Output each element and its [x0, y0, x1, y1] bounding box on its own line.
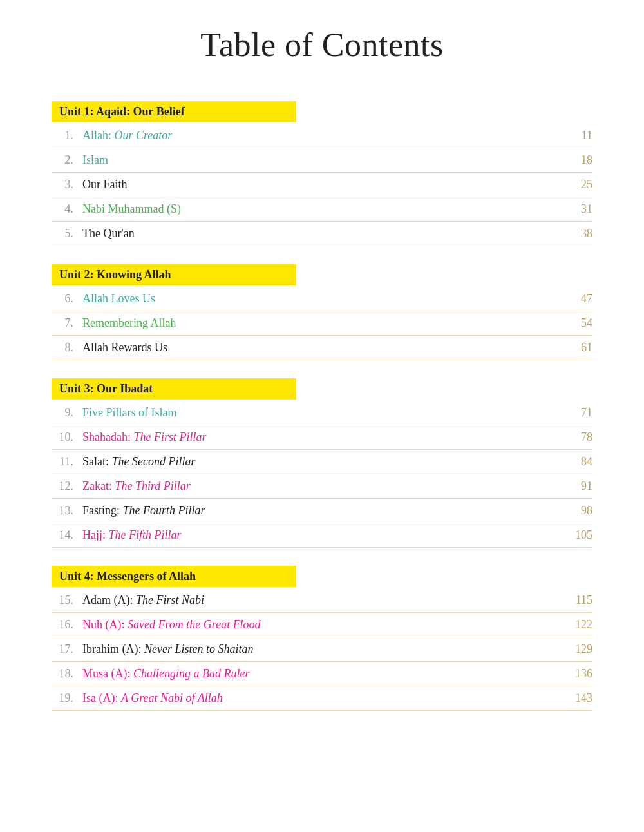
entry-page: 11 [567, 129, 592, 142]
entry-number: 11. [52, 455, 82, 469]
entry-page: 78 [567, 431, 592, 444]
entry-page: 54 [567, 316, 592, 330]
table-row: 10.Shahadah: The First Pillar78 [52, 425, 592, 450]
toc-container: Unit 1: Aqaid: Our Belief1.Allah: Our Cr… [52, 90, 592, 711]
entry-number: 19. [52, 692, 82, 705]
entry-page: 122 [567, 618, 592, 632]
entry-title: Adam (A): The First Nabi [82, 594, 567, 607]
entry-number: 6. [52, 292, 82, 305]
entry-title: Allah Rewards Us [82, 341, 567, 354]
entry-page: 47 [567, 292, 592, 305]
entry-number: 4. [52, 202, 82, 216]
entry-page: 105 [567, 528, 592, 542]
entry-page: 61 [567, 341, 592, 354]
entry-title: Islam [82, 153, 567, 167]
entry-number: 2. [52, 153, 82, 167]
entry-number: 15. [52, 594, 82, 607]
entry-number: 18. [52, 667, 82, 681]
entry-number: 14. [52, 528, 82, 542]
table-row: 5.The Qur'an38 [52, 222, 592, 246]
entry-page: 115 [567, 594, 592, 607]
table-row: 2.Islam18 [52, 148, 592, 173]
entry-title: Isa (A): A Great Nabi of Allah [82, 692, 567, 705]
entry-number: 3. [52, 178, 82, 191]
table-row: 15.Adam (A): The First Nabi115 [52, 588, 592, 613]
entry-page: 25 [567, 178, 592, 191]
page-title: Table of Contents [52, 26, 592, 64]
table-row: 16.Nuh (A): Saved From the Great Flood12… [52, 613, 592, 637]
unit-section-unit1: Unit 1: Aqaid: Our Belief1.Allah: Our Cr… [52, 90, 592, 246]
entry-title: Allah Loves Us [82, 292, 567, 305]
entry-number: 10. [52, 431, 82, 444]
entry-page: 38 [567, 227, 592, 240]
table-row: 19.Isa (A): A Great Nabi of Allah143 [52, 686, 592, 711]
entry-page: 129 [567, 643, 592, 656]
entry-title: Allah: Our Creator [82, 129, 567, 142]
table-row: 9.Five Pillars of Islam71 [52, 401, 592, 425]
entry-title: Zakat: The Third Pillar [82, 479, 567, 493]
entry-number: 17. [52, 643, 82, 656]
entry-title: Musa (A): Challenging a Bad Ruler [82, 667, 567, 681]
entry-number: 7. [52, 316, 82, 330]
entry-title: Salat: The Second Pillar [82, 455, 567, 469]
table-row: 1.Allah: Our Creator11 [52, 124, 592, 148]
entry-page: 18 [567, 153, 592, 167]
table-row: 4.Nabi Muhammad (S)31 [52, 197, 592, 222]
entry-title: Ibrahim (A): Never Listen to Shaitan [82, 643, 567, 656]
entry-number: 12. [52, 479, 82, 493]
entry-title: Fasting: The Fourth Pillar [82, 504, 567, 518]
table-row: 14.Hajj: The Fifth Pillar105 [52, 523, 592, 548]
table-row: 3.Our Faith25 [52, 173, 592, 197]
entry-page: 84 [567, 455, 592, 469]
entry-page: 136 [567, 667, 592, 681]
entry-title: Nuh (A): Saved From the Great Flood [82, 618, 567, 632]
unit-header-unit2: Unit 2: Knowing Allah [52, 264, 296, 285]
entry-page: 98 [567, 504, 592, 518]
table-row: 6.Allah Loves Us47 [52, 287, 592, 311]
entry-page: 31 [567, 202, 592, 216]
entry-title: The Qur'an [82, 227, 567, 240]
entry-title: Shahadah: The First Pillar [82, 431, 567, 444]
entry-title: Five Pillars of Islam [82, 406, 567, 420]
entry-title: Remembering Allah [82, 316, 567, 330]
entry-number: 8. [52, 341, 82, 354]
unit-header-unit1: Unit 1: Aqaid: Our Belief [52, 101, 296, 122]
entry-page: 143 [567, 692, 592, 705]
table-row: 8.Allah Rewards Us61 [52, 336, 592, 360]
entry-number: 1. [52, 129, 82, 142]
entry-page: 91 [567, 479, 592, 493]
entry-page: 71 [567, 406, 592, 420]
entry-number: 5. [52, 227, 82, 240]
unit-header-unit3: Unit 3: Our Ibadat [52, 378, 296, 400]
entry-title: Nabi Muhammad (S) [82, 202, 567, 216]
entry-number: 9. [52, 406, 82, 420]
table-row: 11.Salat: The Second Pillar84 [52, 450, 592, 474]
table-row: 7.Remembering Allah54 [52, 311, 592, 336]
unit-section-unit4: Unit 4: Messengers of Allah15.Adam (A): … [52, 554, 592, 711]
entry-title: Hajj: The Fifth Pillar [82, 528, 567, 542]
table-row: 12.Zakat: The Third Pillar91 [52, 474, 592, 499]
unit-section-unit2: Unit 2: Knowing Allah6.Allah Loves Us477… [52, 253, 592, 360]
entry-number: 16. [52, 618, 82, 632]
entry-title: Our Faith [82, 178, 567, 191]
table-row: 18.Musa (A): Challenging a Bad Ruler136 [52, 662, 592, 686]
table-row: 13.Fasting: The Fourth Pillar98 [52, 499, 592, 523]
entry-number: 13. [52, 504, 82, 518]
unit-section-unit3: Unit 3: Our Ibadat9.Five Pillars of Isla… [52, 367, 592, 548]
unit-header-unit4: Unit 4: Messengers of Allah [52, 566, 296, 587]
table-row: 17.Ibrahim (A): Never Listen to Shaitan1… [52, 637, 592, 662]
